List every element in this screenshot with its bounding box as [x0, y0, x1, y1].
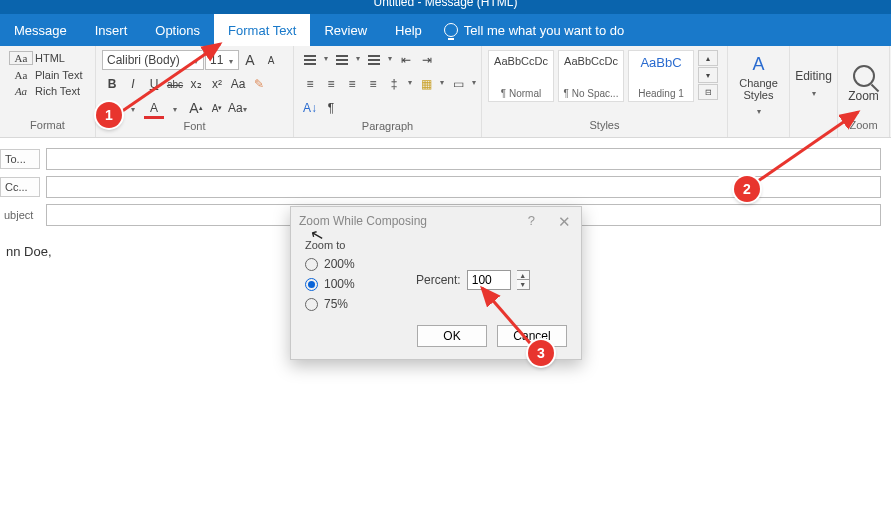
grow-a-icon[interactable]: A▴: [186, 98, 206, 118]
shrink-font-icon[interactable]: A: [261, 50, 281, 70]
bullets-icon[interactable]: [300, 50, 320, 70]
tab-help[interactable]: Help: [381, 14, 436, 46]
font-color-dd[interactable]: [165, 98, 185, 118]
close-icon[interactable]: ✕: [558, 213, 571, 231]
menubar: Message Insert Options Format Text Revie…: [0, 14, 891, 46]
window-title: Untitled - Message (HTML): [0, 0, 891, 14]
editing-button[interactable]: Editing: [787, 65, 840, 103]
group-paragraph: ⇤ ⇥ ≡ ≡ ≡ ≡ ‡ ▦ ▭ A↓ ¶ Paragraph: [294, 46, 482, 137]
grow-font-icon[interactable]: A: [240, 50, 260, 70]
case-button[interactable]: Aa: [228, 74, 248, 94]
change-case-dd[interactable]: Aa: [228, 98, 248, 118]
styles-more-icon[interactable]: ⊟: [698, 84, 718, 100]
group-font: Calibri (Body) 11 A A B I U abc x₂ x² Aa…: [96, 46, 294, 137]
font-size[interactable]: 11: [205, 50, 239, 70]
spin-up-icon[interactable]: ▲: [517, 271, 529, 280]
bold-button[interactable]: B: [102, 74, 122, 94]
group-zoom: Zoom Zoom: [838, 46, 890, 137]
group-zoom-label: Zoom: [842, 119, 885, 137]
align-left-icon[interactable]: ≡: [300, 74, 320, 94]
style-nospacing[interactable]: AaBbCcDc¶ No Spac...: [558, 50, 624, 102]
percent-label: Percent:: [416, 273, 461, 287]
change-styles-button[interactable]: AChange Styles: [731, 50, 786, 121]
group-font-label: Font: [100, 120, 289, 137]
font-color-button[interactable]: A: [144, 98, 164, 118]
shading-icon[interactable]: ▦: [416, 74, 436, 94]
style-heading1[interactable]: AaBbCHeading 1: [628, 50, 694, 102]
tell-me-label: Tell me what you want to do: [464, 23, 624, 38]
clear-format-icon[interactable]: ✎: [249, 74, 269, 94]
callout-1: 1: [96, 102, 122, 128]
tab-message[interactable]: Message: [0, 14, 81, 46]
justify-icon[interactable]: ≡: [363, 74, 383, 94]
cc-button[interactable]: Cc...: [0, 177, 40, 197]
percent-control: Percent: ▲▼: [416, 270, 530, 290]
zoom-200-radio[interactable]: 200%: [305, 257, 567, 271]
callout-3: 3: [528, 340, 554, 366]
group-editing: Editing: [790, 46, 838, 137]
highlight-dd[interactable]: [123, 98, 143, 118]
percent-input[interactable]: [467, 270, 511, 290]
bulb-icon: [444, 23, 458, 37]
group-styles-label: Styles: [486, 119, 723, 137]
align-right-icon[interactable]: ≡: [342, 74, 362, 94]
group-format-label: Format: [4, 119, 91, 137]
strike-button[interactable]: abc: [165, 74, 185, 94]
callout-2: 2: [734, 176, 760, 202]
spin-down-icon[interactable]: ▼: [517, 280, 529, 289]
to-input[interactable]: [46, 148, 881, 170]
underline-button[interactable]: U: [144, 74, 164, 94]
linespacing-icon[interactable]: ‡: [384, 74, 404, 94]
tab-options[interactable]: Options: [141, 14, 214, 46]
tell-me[interactable]: Tell me what you want to do: [444, 23, 624, 38]
sort-icon[interactable]: A↓: [300, 98, 320, 118]
style-normal[interactable]: AaBbCcDc¶ Normal: [488, 50, 554, 102]
superscript-button[interactable]: x²: [207, 74, 227, 94]
group-format: AaHTML AaPlain Text AaRich Text Format: [0, 46, 96, 137]
format-rich[interactable]: AaRich Text: [6, 84, 86, 98]
help-icon[interactable]: ?: [528, 213, 535, 228]
group-styles: AaBbCcDc¶ Normal AaBbCcDc¶ No Spac... Aa…: [482, 46, 728, 137]
outdent-icon[interactable]: ⇤: [396, 50, 416, 70]
italic-button[interactable]: I: [123, 74, 143, 94]
indent-icon[interactable]: ⇥: [417, 50, 437, 70]
group-change-styles: AChange Styles: [728, 46, 790, 137]
subject-label: ubject: [0, 206, 40, 224]
magnifier-icon: [853, 65, 875, 87]
subscript-button[interactable]: x₂: [186, 74, 206, 94]
styles-up-icon[interactable]: ▴: [698, 50, 718, 66]
zoom-to-label: Zoom to: [305, 239, 567, 251]
numbering-icon[interactable]: [332, 50, 352, 70]
tab-review[interactable]: Review: [310, 14, 381, 46]
show-marks-icon[interactable]: ¶: [321, 98, 341, 118]
format-plain[interactable]: AaPlain Text: [6, 68, 86, 82]
shrink-a-icon[interactable]: A▾: [207, 98, 227, 118]
format-html[interactable]: AaHTML: [6, 50, 86, 66]
align-center-icon[interactable]: ≡: [321, 74, 341, 94]
styles-down-icon[interactable]: ▾: [698, 67, 718, 83]
tab-insert[interactable]: Insert: [81, 14, 142, 46]
tab-format-text[interactable]: Format Text: [214, 14, 310, 46]
group-para-label: Paragraph: [298, 120, 477, 137]
to-button[interactable]: To...: [0, 149, 40, 169]
ok-button[interactable]: OK: [417, 325, 487, 347]
zoom-75-radio[interactable]: 75%: [305, 297, 567, 311]
ribbon: AaHTML AaPlain Text AaRich Text Format C…: [0, 46, 891, 138]
font-name[interactable]: Calibri (Body): [102, 50, 204, 70]
zoom-button[interactable]: Zoom: [840, 61, 887, 107]
multilevel-icon[interactable]: [364, 50, 384, 70]
borders-icon[interactable]: ▭: [448, 74, 468, 94]
